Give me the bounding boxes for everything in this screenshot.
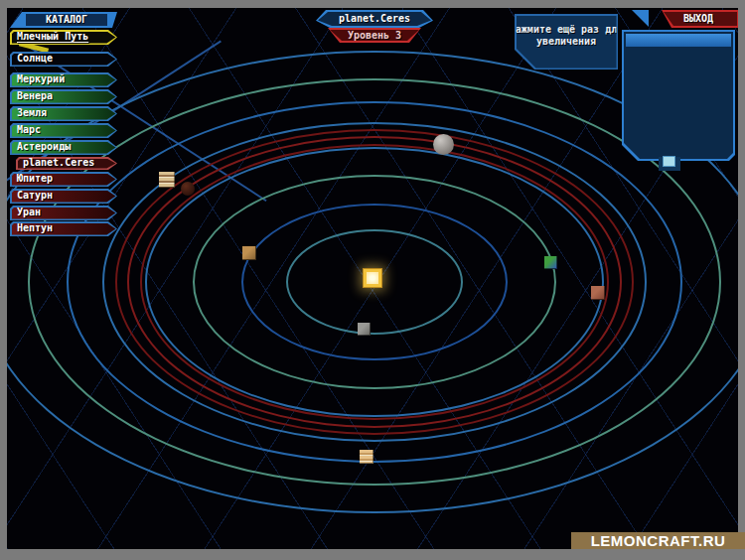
sidebar-item-mercury[interactable]: Меркурий (10, 72, 117, 87)
zoom-hint-tooltip: Нажмите ещё раз для увеличения (515, 14, 618, 70)
sidebar-item-venus[interactable]: Венера (10, 89, 117, 104)
sidebar-item-saturn[interactable]: Сатурн (10, 189, 117, 204)
body-sun[interactable] (363, 268, 382, 288)
sidebar-item-label: Нептун (17, 222, 53, 234)
body-earth[interactable] (544, 256, 557, 269)
sidebar-item-label: Меркурий (17, 73, 65, 85)
sidebar-item-label: Сатурн (17, 190, 53, 202)
body-venus[interactable] (242, 246, 256, 260)
tier-badge-label: Уровень 3 (348, 30, 401, 42)
exit-button-label: ВЫХОД (683, 13, 713, 25)
watermark-label: LEMONCRAFT.RU (591, 532, 726, 549)
preview-panel (622, 30, 735, 161)
body-mars[interactable] (591, 286, 605, 300)
sidebar-item-label: planet.Ceres (23, 157, 94, 169)
celestial-map[interactable]: КАТАЛОГ Млечный Путь Солнце Меркурий Вен… (7, 8, 738, 549)
sidebar-item-sun[interactable]: Солнце (10, 52, 117, 67)
watermark-banner: LEMONCRAFT.RU (571, 532, 745, 549)
body-asteroid[interactable] (181, 182, 195, 196)
sidebar-item-label: Астероиды (17, 141, 71, 153)
sidebar-item-mars[interactable]: Марс (10, 123, 117, 138)
preview-panel-header (626, 34, 731, 47)
sidebar-item-label: Марс (17, 124, 41, 136)
sidebar-item-milky-way[interactable]: Млечный Путь (10, 30, 117, 45)
sidebar-item-label: Солнце (17, 53, 53, 65)
sidebar-item-asteroids[interactable]: Астероиды (10, 140, 117, 155)
app-window: КАТАЛОГ Млечный Путь Солнце Меркурий Вен… (0, 0, 745, 560)
exit-decor-wedge (632, 10, 649, 27)
body-saturn[interactable] (360, 450, 373, 464)
catalog-header-label: КАТАЛОГ (46, 14, 87, 26)
sidebar-item-label: Венера (17, 90, 53, 102)
body-jupiter[interactable] (159, 172, 175, 188)
body-mercury[interactable] (358, 323, 371, 336)
sidebar-item-uranus[interactable]: Уран (10, 206, 117, 220)
selected-body-title: planet.Ceres (316, 10, 433, 28)
tier-badge: Уровень 3 (328, 28, 421, 43)
sidebar-item-label: Уран (17, 207, 41, 218)
sidebar-item-label: Земля (17, 107, 47, 119)
zoom-hint-line2: увеличения (536, 36, 596, 48)
preview-panel-tab[interactable] (663, 156, 675, 167)
sidebar-item-label: Млечный Путь (17, 31, 88, 43)
zoom-hint-line1: Нажмите ещё раз для (510, 24, 623, 36)
sidebar-item-jupiter[interactable]: Юпитер (10, 172, 117, 187)
selected-body-title-label: planet.Ceres (339, 13, 410, 25)
catalog-header: КАТАЛОГ (10, 12, 117, 28)
sidebar-item-neptune[interactable]: Нептун (10, 221, 117, 236)
sidebar-item-label: Юпитер (17, 173, 53, 185)
sidebar-item-earth[interactable]: Земля (10, 106, 117, 121)
sidebar-item-ceres[interactable]: planet.Ceres (16, 157, 117, 170)
body-ceres[interactable] (433, 134, 454, 155)
sun-core (367, 272, 378, 284)
